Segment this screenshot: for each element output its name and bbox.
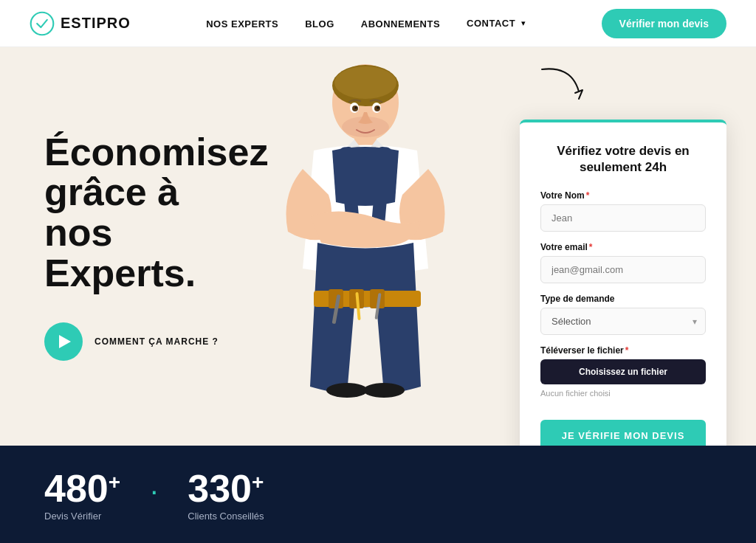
type-label: Type de demande [540, 294, 706, 304]
logo[interactable]: ESTIPRO [30, 11, 131, 36]
worker-image [240, 47, 491, 446]
stat-item-clients: 330+ Clients Conseillés [188, 469, 264, 522]
hero-play-label: COMMENT ÇA MARCHE ? [94, 336, 219, 347]
svg-point-22 [377, 107, 379, 109]
play-triangle-icon [59, 335, 71, 348]
hero-title: Économisez grâce à nos Experts. [44, 132, 236, 293]
nav-links: NOS EXPERTS BLOG ABONNEMENTS CONTACT ▾ [206, 17, 526, 30]
file-choose-button[interactable]: Choisissez un fichier [540, 359, 706, 384]
nav-cta-button[interactable]: Vérifier mon devis [602, 9, 726, 38]
form-submit-button[interactable]: JE VÉRIFIE MON DEVIS [540, 420, 706, 446]
stat-label-clients: Clients Conseillés [188, 511, 264, 522]
type-select[interactable]: Sélection Vérification de devis Conseil [540, 308, 706, 335]
logo-icon [30, 11, 55, 36]
hero-play-cta[interactable]: COMMENT ÇA MARCHE ? [44, 322, 236, 361]
form-group-type: Type de demande Sélection Vérification d… [540, 294, 706, 335]
stat-divider: · [150, 474, 158, 508]
file-upload-area: Choisissez un fichier Aucun fichier choi… [540, 359, 706, 398]
nav-item-contact[interactable]: CONTACT ▾ [467, 18, 526, 29]
form-group-file: Téléverser le fichier* Choisissez un fic… [540, 345, 706, 398]
name-label: Votre Nom* [540, 190, 706, 201]
arrow-decoration [535, 62, 601, 114]
form-card: Vérifiez votre devis en seulement 24h Vo… [520, 120, 726, 446]
stat-number-devis: 480+ [44, 469, 120, 508]
email-input[interactable] [540, 256, 706, 283]
form-group-name: Votre Nom* [540, 190, 706, 232]
nav-item-blog[interactable]: BLOG [305, 17, 334, 30]
file-label: Téléverser le fichier* [540, 345, 706, 356]
email-label: Votre email* [540, 242, 706, 252]
hero-left-content: Économisez grâce à nos Experts. COMMENT … [0, 47, 266, 446]
name-input[interactable] [540, 204, 706, 232]
logo-text: ESTIPRO [61, 15, 131, 32]
play-button[interactable] [44, 322, 83, 361]
stat-label-devis: Devis Vérifier [44, 511, 101, 522]
svg-point-21 [355, 107, 357, 109]
svg-point-15 [363, 383, 405, 398]
navbar: ESTIPRO NOS EXPERTS BLOG ABONNEMENTS CON… [0, 0, 756, 47]
hero-section: Économisez grâce à nos Experts. COMMENT … [0, 47, 756, 446]
svg-point-14 [326, 383, 368, 398]
stat-number-clients: 330+ [188, 469, 264, 508]
form-title: Vérifiez votre devis en seulement 24h [540, 143, 706, 176]
worker-svg [240, 47, 491, 446]
chevron-down-icon: ▾ [521, 18, 526, 28]
svg-point-3 [334, 66, 396, 99]
form-group-email: Votre email* [540, 242, 706, 283]
file-none-text: Aucun fichier choisi [540, 389, 706, 398]
nav-item-abonnements[interactable]: ABONNEMENTS [361, 17, 440, 30]
required-star-email: * [589, 242, 593, 252]
svg-point-0 [31, 12, 54, 35]
required-star: * [586, 190, 590, 201]
required-star-file: * [625, 345, 629, 356]
select-wrapper: Sélection Vérification de devis Conseil … [540, 308, 706, 335]
nav-item-experts[interactable]: NOS EXPERTS [206, 17, 278, 30]
form-panel-wrapper: Vérifiez votre devis en seulement 24h Vo… [520, 62, 726, 446]
stats-bar: 480+ Devis Vérifier · 330+ Clients Conse… [0, 446, 756, 543]
stat-item-devis: 480+ Devis Vérifier [44, 469, 120, 522]
